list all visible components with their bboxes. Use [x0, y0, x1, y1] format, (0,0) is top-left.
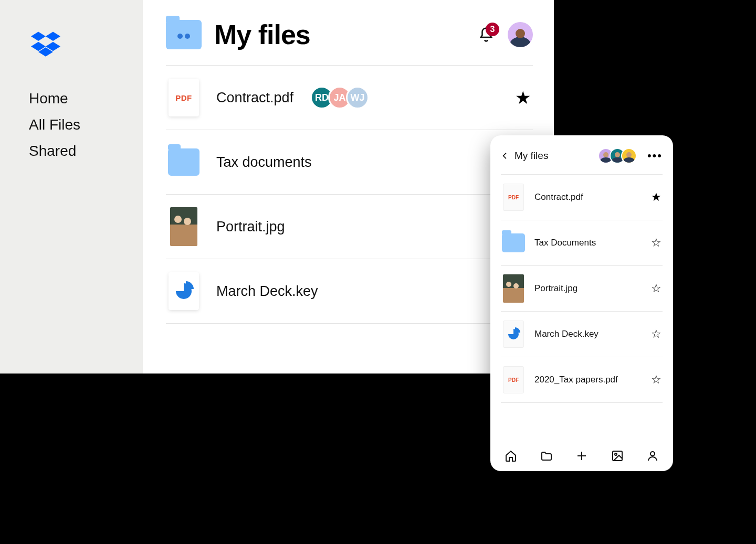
sidebar: Home All Files Shared: [0, 0, 143, 374]
folder-icon: [502, 233, 525, 252]
svg-rect-7: [613, 451, 622, 461]
shared-folder-icon: [166, 20, 202, 49]
file-name: Portrait.jpg: [534, 283, 578, 294]
svg-point-9: [650, 452, 655, 456]
file-name: Tax Documents: [534, 238, 596, 248]
more-icon[interactable]: •••: [647, 149, 663, 163]
desktop-window: Home All Files Shared My files 3: [0, 0, 554, 374]
file-row[interactable]: Portrait.jpg: [166, 195, 533, 259]
user-avatar[interactable]: [508, 22, 533, 47]
back-icon[interactable]: [501, 152, 509, 160]
sidebar-item-all-files[interactable]: All Files: [29, 116, 143, 133]
star-button[interactable]: ★: [515, 87, 531, 108]
star-button[interactable]: ☆: [651, 373, 662, 387]
pdf-icon: PDF: [503, 184, 524, 211]
tab-add-icon[interactable]: [575, 449, 589, 463]
image-thumbnail: [170, 207, 197, 246]
pdf-icon: PDF: [169, 79, 199, 116]
tab-photos-icon[interactable]: [611, 449, 624, 463]
dropbox-logo-icon[interactable]: [31, 31, 143, 59]
page-title: My files: [214, 19, 310, 50]
keynote-icon: [169, 272, 199, 310]
image-thumbnail: [503, 274, 524, 303]
svg-marker-0: [31, 31, 46, 41]
file-list: PDF Contract.pdf RD JA WJ ★ Tax document…: [166, 65, 533, 324]
svg-marker-1: [46, 31, 60, 41]
mobile-tabbar: [501, 441, 663, 465]
mobile-title: My files: [514, 150, 548, 162]
file-row[interactable]: Portrait.jpg ☆: [501, 266, 663, 312]
svg-point-8: [615, 453, 617, 455]
sidebar-item-shared[interactable]: Shared: [29, 143, 143, 159]
file-row[interactable]: PDF Contract.pdf RD JA WJ ★: [166, 66, 533, 130]
file-row[interactable]: March Deck.key: [166, 259, 533, 324]
file-row[interactable]: PDF 2020_Tax papers.pdf ☆: [501, 357, 663, 403]
mobile-header: My files •••: [501, 148, 663, 174]
star-button[interactable]: ☆: [651, 282, 662, 295]
file-row[interactable]: PDF Contract.pdf ★: [501, 174, 663, 220]
file-name: Contract.pdf: [534, 192, 583, 202]
pdf-icon: PDF: [503, 366, 524, 393]
page-header: My files 3: [166, 19, 533, 50]
file-name: Contract.pdf: [216, 90, 293, 106]
file-name: Tax documents: [216, 154, 312, 170]
keynote-icon: [503, 321, 524, 348]
shared-avatar[interactable]: WJ: [346, 86, 369, 109]
avatar[interactable]: [621, 148, 637, 164]
file-name: Portrait.jpg: [216, 219, 285, 235]
tab-account-icon[interactable]: [646, 449, 659, 463]
file-name: 2020_Tax papers.pdf: [534, 375, 618, 385]
menu-icon[interactable]: [450, 31, 465, 38]
file-name: March Deck.key: [534, 329, 598, 339]
star-button[interactable]: ☆: [651, 236, 662, 250]
mobile-file-list: PDF Contract.pdf ★ Tax Documents ☆ Portr…: [501, 174, 663, 441]
star-button[interactable]: ☆: [651, 327, 662, 341]
notification-badge: 3: [486, 23, 499, 36]
sidebar-item-home[interactable]: Home: [29, 90, 143, 107]
shared-avatars[interactable]: RD JA WJ: [310, 86, 369, 109]
file-row[interactable]: Tax Documents ☆: [501, 220, 663, 266]
tab-home-icon[interactable]: [504, 449, 518, 463]
file-row[interactable]: March Deck.key ☆: [501, 312, 663, 357]
file-row[interactable]: Tax documents: [166, 130, 533, 195]
mobile-shared-avatars[interactable]: [598, 148, 637, 164]
notifications-button[interactable]: 3: [478, 27, 494, 42]
star-button[interactable]: ★: [651, 190, 662, 204]
folder-icon: [168, 148, 200, 176]
tab-files-icon[interactable]: [540, 449, 553, 463]
mobile-card: My files ••• PDF Contract.pdf ★ Tax Docu…: [490, 135, 673, 471]
file-name: March Deck.key: [216, 283, 318, 300]
